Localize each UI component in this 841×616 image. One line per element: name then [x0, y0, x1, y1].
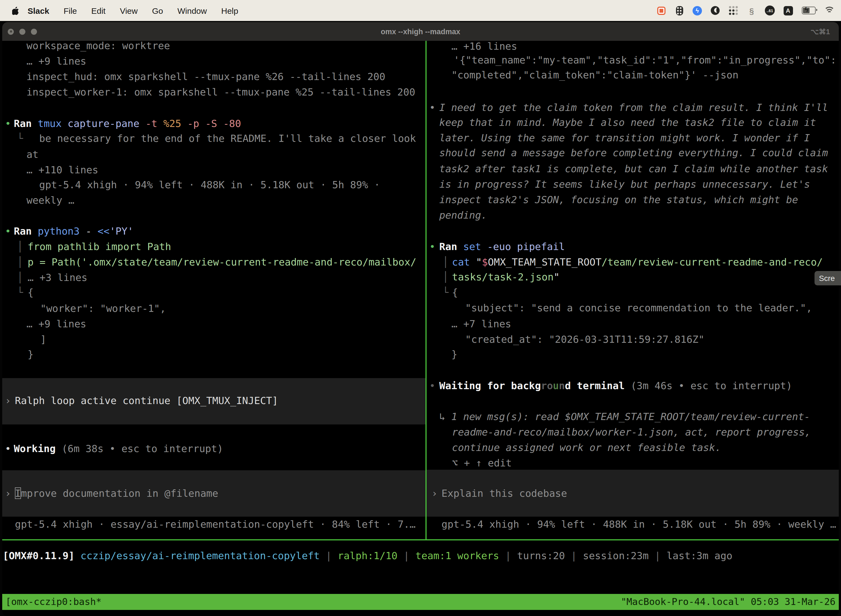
close-button[interactable] — [8, 28, 14, 35]
tmux-pane-divider-vertical[interactable] — [425, 41, 426, 539]
crescent-app-icon[interactable] — [710, 6, 720, 15]
menu-item-window[interactable]: Window — [170, 6, 214, 15]
apple-menu-icon[interactable] — [12, 6, 19, 15]
squiggle-icon[interactable]: § — [747, 6, 757, 15]
zoom-button[interactable] — [31, 28, 37, 35]
menu-item-help[interactable]: Help — [214, 6, 246, 15]
menu-bar: Slack File Edit View Go Window Help ϟ § … — [0, 0, 841, 21]
menu-item-view[interactable]: View — [113, 6, 145, 15]
window-title: omx --xhigh --madmax — [381, 27, 460, 35]
screen: Slack File Edit View Go Window Help ϟ § … — [0, 0, 841, 616]
menu-item-file[interactable]: File — [56, 6, 84, 15]
a-key-icon[interactable]: A — [783, 6, 793, 15]
blue-badge-icon[interactable]: ϟ — [693, 6, 702, 15]
grid-dots-icon[interactable] — [728, 6, 738, 15]
percent-badge-icon[interactable]: ..61 — [765, 6, 775, 15]
window-titlebar[interactable]: omx --xhigh --madmax ⌥⌘1 — [2, 22, 839, 41]
ralph-loop-banner — [2, 378, 425, 424]
screen-share-tooltip: Scre — [815, 271, 841, 285]
terminal-window: omx --xhigh --madmax ⌥⌘1 — [2, 22, 839, 616]
menu-item-edit[interactable]: Edit — [84, 6, 113, 15]
left-prompt-input[interactable] — [2, 470, 425, 517]
menu-app-name[interactable]: Slack — [21, 6, 56, 15]
tmux-host-time: "MacBook-Pro-44.local" 05:03 31-Mar-26 — [621, 594, 835, 610]
right-prompt-input[interactable] — [426, 470, 839, 517]
screen-recording-icon[interactable] — [656, 6, 666, 15]
tmux-pane-divider-horizontal[interactable] — [2, 539, 839, 540]
keypad-shield-icon[interactable] — [674, 6, 684, 15]
minimize-button[interactable] — [19, 28, 25, 35]
window-shortcut-hint: ⌥⌘1 — [811, 27, 830, 35]
tmux-session-label: [omx-cczip0:bash* — [6, 594, 101, 610]
wifi-icon[interactable] — [825, 7, 834, 14]
menu-bar-status-icons: ϟ § ..61 A ϟ — [656, 6, 841, 15]
menu-item-go[interactable]: Go — [145, 6, 170, 15]
battery-icon[interactable]: ϟ — [801, 6, 816, 15]
tmux-status-bar: [omx-cczip0:bash* "MacBook-Pro-44.local"… — [2, 594, 839, 610]
